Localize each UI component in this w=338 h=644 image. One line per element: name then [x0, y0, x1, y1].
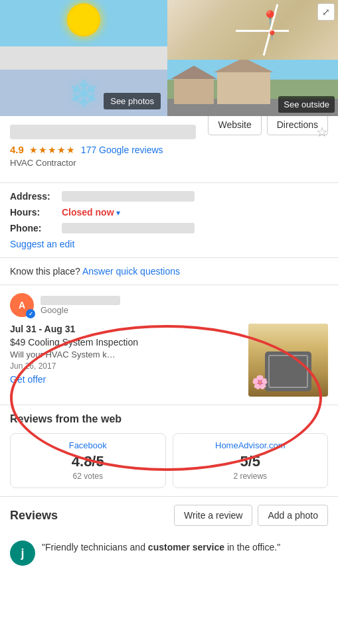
review-text: "Friendly technicians and customer servi…: [42, 541, 280, 566]
house2: [217, 71, 270, 104]
business-photo-left[interactable]: ❄ See photos: [0, 0, 167, 116]
post-dates: Jul 31 - Aug 31: [10, 324, 242, 334]
know-this-place-section: Know this place? Answer quick questions: [0, 258, 338, 285]
flowers-decoration: 🌸: [252, 374, 268, 390]
web-review-source-homeadvisor: HomeAdvisor.com: [180, 440, 321, 450]
post-offer-image: 🌸: [248, 324, 328, 397]
web-review-source-facebook: Facebook: [17, 440, 159, 450]
reviews-link[interactable]: 177 Google reviews: [81, 145, 163, 155]
map-pin-small-icon: 📍: [266, 30, 278, 40]
business-category: HVAC Contractor: [10, 158, 328, 168]
reviews-section: Reviews Write a review Add a photo j "Fr…: [0, 497, 338, 580]
hours-label: Hours:: [10, 207, 56, 218]
see-outside-button[interactable]: See outside: [278, 96, 335, 113]
map-road2: [236, 30, 289, 32]
action-buttons: Website Directions: [208, 114, 328, 135]
poster-avatar: A ✓: [10, 293, 34, 317]
google-label: Google: [41, 305, 120, 315]
image-right-panel: 📍 📍 ⤢ See outside: [167, 0, 338, 116]
rating-row: 4.9 ★★★★★ 177 Google reviews: [10, 144, 328, 155]
business-name: [10, 125, 196, 139]
reviewer-initial: j: [21, 547, 24, 560]
web-review-card-homeadvisor[interactable]: HomeAdvisor.com 5/5 2 reviews: [173, 433, 329, 488]
post-offer-section: A ✓ Google Jul 31 - Aug 31 $49 Cooling S…: [0, 285, 338, 405]
snowflake-icon: ❄: [68, 74, 99, 115]
web-reviews-grid: Facebook 4.8/5 62 votes HomeAdvisor.com …: [10, 433, 328, 488]
map-pin-icon: 📍: [261, 10, 279, 27]
expand-map-button[interactable]: ⤢: [317, 3, 335, 21]
web-review-rating-homeadvisor: 5/5: [180, 453, 321, 470]
answer-questions-link[interactable]: Answer quick questions: [82, 266, 180, 277]
poster-info: Google: [41, 296, 120, 315]
star-rating-icons: ★★★★★: [29, 145, 76, 155]
review-bold-text: customer service: [148, 542, 224, 552]
details-section: Address: Hours: Closed now ▾ Phone: Sugg…: [0, 183, 338, 258]
building-silhouette: [174, 71, 270, 104]
suggest-edit-link[interactable]: Suggest an edit: [10, 239, 74, 249]
hours-value: Closed now ▾: [62, 207, 120, 218]
verified-badge-icon: ✓: [26, 309, 35, 318]
post-image-inner: 🌸: [248, 324, 328, 397]
sun-icon: [57, 3, 110, 36]
add-photo-button[interactable]: Add a photo: [258, 505, 328, 526]
address-value: [62, 191, 195, 202]
get-offer-link[interactable]: Get offer: [10, 374, 46, 385]
post-published-date: Jun 26, 2017: [10, 361, 242, 371]
write-review-button[interactable]: Write a review: [174, 505, 252, 526]
house1: [174, 78, 214, 104]
post-text-area: Jul 31 - Aug 31 $49 Cooling System Inspe…: [10, 324, 242, 397]
post-offer-title: $49 Cooling System Inspection: [10, 337, 242, 348]
reviewer-avatar: j: [10, 541, 35, 566]
ac-unit-image: [265, 352, 311, 391]
phone-row: Phone:: [10, 223, 328, 233]
web-review-count-homeadvisor: 2 reviews: [180, 472, 321, 481]
post-content: Jul 31 - Aug 31 $49 Cooling System Inspe…: [10, 324, 328, 397]
reviews-web-title: Reviews from the web: [10, 413, 328, 425]
reviews-section-title: Reviews: [10, 509, 58, 523]
closed-now-text[interactable]: Closed now: [62, 207, 114, 218]
poster-initial: A: [19, 300, 25, 310]
web-review-rating-facebook: 4.8/5: [17, 453, 159, 470]
know-place-text: Know this place?: [10, 266, 80, 277]
rating-number: 4.9: [10, 144, 24, 155]
map-preview[interactable]: 📍 📍 ⤢: [167, 0, 338, 60]
address-row: Address:: [10, 191, 328, 202]
website-button[interactable]: Website: [208, 114, 261, 135]
poster-name-blurred: [41, 296, 120, 305]
review-action-buttons: Write a review Add a photo: [174, 505, 328, 526]
phone-value: [62, 223, 195, 233]
reviews-header: Reviews Write a review Add a photo: [10, 505, 328, 526]
business-info-section: ☆ Website Directions 4.9 ★★★★★ 177 Googl…: [0, 116, 338, 183]
hours-row: Hours: Closed now ▾: [10, 207, 328, 218]
street-view-preview[interactable]: See outside: [167, 60, 338, 116]
web-review-card-facebook[interactable]: Facebook 4.8/5 62 votes: [10, 433, 166, 488]
reviews-from-web-section: Reviews from the web Facebook 4.8/5 62 v…: [0, 405, 338, 497]
address-label: Address:: [10, 191, 56, 202]
image-strip: ❄ See photos 📍 📍 ⤢ See outside: [0, 0, 338, 116]
review-text-suffix: in the office.": [224, 542, 280, 552]
post-header: A ✓ Google: [10, 293, 328, 317]
phone-label: Phone:: [10, 223, 56, 233]
web-review-count-facebook: 62 votes: [17, 472, 159, 481]
review-text-prefix: "Friendly technicians and: [42, 542, 148, 552]
hours-dropdown-icon[interactable]: ▾: [116, 208, 120, 218]
review-item: j "Friendly technicians and customer ser…: [10, 534, 328, 572]
see-photos-button[interactable]: See photos: [104, 93, 161, 109]
bookmark-star-icon[interactable]: ☆: [316, 124, 328, 140]
post-description: Will your HVAC System k…: [10, 350, 242, 359]
map-background: 📍 📍: [167, 0, 338, 60]
